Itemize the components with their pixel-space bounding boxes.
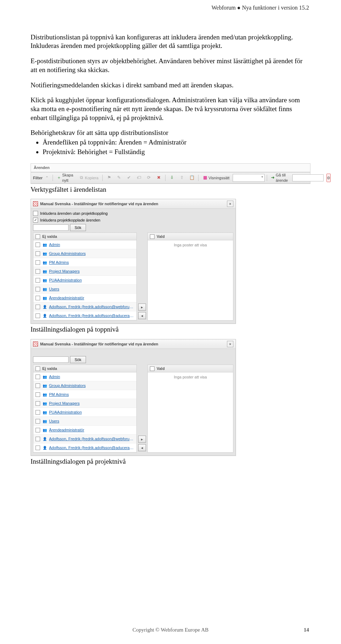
export-button[interactable]: ⇩ bbox=[168, 173, 176, 183]
dialog-projectlevel: Manual Svenska - Inställningar för notif… bbox=[31, 339, 236, 456]
move-right-button[interactable]: ▸ bbox=[138, 436, 146, 443]
settings-button[interactable]: ⚙ bbox=[326, 174, 331, 182]
list-item[interactable]: 👤Adolfsson, Fredrik (fredrik.adolfsson@w… bbox=[33, 435, 136, 443]
available-column: Ej valda 👥Admin👥Group Administrators👥PM … bbox=[33, 365, 137, 453]
list-item[interactable]: 👥Admin bbox=[33, 240, 136, 249]
available-column: Ej valda 👥Admin👥Group Administrators👥PM … bbox=[33, 233, 137, 321]
grid-icon: ▦ bbox=[202, 175, 207, 180]
list-item[interactable]: 👥PM Admins bbox=[33, 258, 136, 267]
list-item[interactable]: 👥Users bbox=[33, 417, 136, 426]
clipboard-button[interactable]: 📋 bbox=[188, 173, 196, 183]
list-item[interactable]: 👥Group Administrators bbox=[33, 381, 136, 390]
copy-button[interactable]: ⧉ Kopiera bbox=[77, 173, 100, 183]
checkbox-with-project[interactable]: ✓ bbox=[33, 218, 38, 223]
close-button[interactable]: × bbox=[227, 341, 233, 347]
list-item[interactable]: 👥Admin bbox=[33, 372, 136, 381]
viewmode-dropdown[interactable] bbox=[233, 174, 265, 182]
edit-button[interactable]: ✎ bbox=[115, 173, 123, 183]
row-checkbox[interactable] bbox=[36, 287, 40, 291]
search-input[interactable] bbox=[33, 356, 69, 363]
list-item[interactable]: 👥Project Managers bbox=[33, 399, 136, 408]
import-button[interactable]: ⇪ bbox=[178, 173, 186, 183]
select-all-left[interactable] bbox=[36, 234, 40, 239]
row-checkbox[interactable] bbox=[36, 278, 40, 283]
tag-icon: 🏷 bbox=[136, 175, 141, 180]
row-checkbox[interactable] bbox=[36, 251, 40, 256]
row-checkbox[interactable] bbox=[36, 428, 40, 432]
row-checkbox[interactable] bbox=[36, 419, 40, 424]
viewmode-button[interactable]: ▦ Visningssätt bbox=[201, 173, 231, 183]
row-checkbox[interactable] bbox=[36, 401, 40, 406]
row-label: PUAAdministration bbox=[49, 278, 82, 283]
list-item[interactable]: 👥PUAAdministration bbox=[33, 276, 136, 285]
caption-1: Verktygsfältet i ärendelistan bbox=[31, 185, 310, 194]
row-checkbox[interactable] bbox=[36, 260, 40, 265]
check-button[interactable]: ✔ bbox=[125, 173, 133, 183]
clipboard-icon: 📋 bbox=[189, 175, 194, 180]
list-item[interactable]: 👤Adolfsson, Fredrik (fredrik.adolfsson@w… bbox=[33, 302, 136, 311]
row-checkbox[interactable] bbox=[36, 392, 40, 397]
checkbox-no-project[interactable] bbox=[33, 211, 38, 216]
selected-header: Vald bbox=[157, 366, 165, 371]
row-label: Ärendeadministratör bbox=[49, 295, 84, 300]
list-item[interactable]: 👤Adolfsson, Fredrik (fredrik.adolfsson@a… bbox=[33, 443, 136, 452]
close-icon: × bbox=[229, 201, 231, 206]
row-checkbox[interactable] bbox=[36, 446, 40, 450]
tag-button[interactable]: 🏷 bbox=[135, 173, 143, 183]
row-label: Users bbox=[49, 286, 59, 291]
row-checkbox[interactable] bbox=[36, 269, 40, 274]
select-all-left[interactable] bbox=[36, 366, 40, 371]
group-icon: 👥 bbox=[42, 393, 47, 397]
row-checkbox[interactable] bbox=[36, 296, 40, 300]
move-right-button[interactable]: ▸ bbox=[138, 304, 146, 311]
refresh-button[interactable]: ⟳ bbox=[145, 173, 153, 183]
group-icon: 👥 bbox=[42, 296, 47, 300]
tab-arenden[interactable]: Ärenden bbox=[31, 164, 310, 172]
row-checkbox[interactable] bbox=[36, 383, 40, 388]
list-item[interactable]: 👥Users bbox=[33, 285, 136, 294]
arrow-right-icon: ▸ bbox=[141, 437, 143, 442]
list-item[interactable]: 👥Group Administrators bbox=[33, 249, 136, 258]
list-item[interactable]: 👥Ärendeadministratör bbox=[33, 294, 136, 302]
user-icon: 👤 bbox=[42, 446, 47, 450]
arrow-left-icon: ◂ bbox=[141, 445, 143, 450]
list-item[interactable]: 👥PUAAdministration bbox=[33, 408, 136, 417]
row-checkbox[interactable] bbox=[36, 375, 40, 379]
user-icon: 👤 bbox=[42, 437, 47, 441]
row-checkbox[interactable] bbox=[36, 437, 40, 441]
chevron-up-icon[interactable]: ⌃ bbox=[45, 175, 48, 180]
search-button[interactable]: Sök bbox=[70, 224, 86, 231]
paragraph-1: Distributionslistan på toppnivå kan konf… bbox=[31, 33, 310, 50]
flag-icon: ⚑ bbox=[107, 175, 112, 180]
close-button[interactable]: × bbox=[227, 201, 233, 207]
search-button[interactable]: Sök bbox=[70, 356, 86, 363]
list-item[interactable]: 👥Ärendeadministratör bbox=[33, 426, 136, 435]
arrow-right-icon: ▸ bbox=[141, 305, 143, 310]
row-label: Adolfsson, Fredrik (fredrik.adolfsson@ad… bbox=[49, 313, 134, 318]
checkbox-with-project-label: Inkludera projektkopplade ärenden bbox=[40, 218, 100, 223]
checkbox-no-project-label: Inkludera ärenden utan projektkoppling bbox=[40, 211, 108, 216]
flag-button[interactable]: ⚑ bbox=[105, 173, 113, 183]
goto-input[interactable] bbox=[292, 174, 324, 181]
select-all-right[interactable] bbox=[150, 366, 155, 371]
list-item[interactable]: 👤Adolfsson, Fredrik (fredrik.adolfsson@a… bbox=[33, 311, 136, 320]
row-checkbox[interactable] bbox=[36, 410, 40, 415]
row-checkbox[interactable] bbox=[36, 242, 40, 247]
delete-button[interactable]: ✖ bbox=[155, 173, 163, 183]
row-label: PM Admins bbox=[49, 260, 69, 265]
group-icon: 👥 bbox=[42, 410, 47, 414]
move-left-button[interactable]: ◂ bbox=[138, 312, 146, 319]
row-label: Project Managers bbox=[49, 269, 80, 274]
gear-icon: ⚙ bbox=[327, 175, 330, 180]
paragraph-5: Behörighetskrav för att sätta upp distri… bbox=[31, 129, 310, 137]
goto-button[interactable]: ➜ Gå till ärende bbox=[269, 173, 291, 183]
row-checkbox[interactable] bbox=[36, 313, 40, 318]
group-icon: 👥 bbox=[42, 428, 47, 432]
search-input[interactable] bbox=[33, 224, 69, 231]
move-left-button[interactable]: ◂ bbox=[138, 444, 146, 451]
select-all-right[interactable] bbox=[150, 234, 155, 239]
list-item[interactable]: 👥PM Admins bbox=[33, 390, 136, 399]
create-button[interactable]: ＋ Skapa nytt bbox=[55, 173, 76, 183]
row-checkbox[interactable] bbox=[36, 305, 40, 309]
list-item[interactable]: 👥Project Managers bbox=[33, 267, 136, 276]
